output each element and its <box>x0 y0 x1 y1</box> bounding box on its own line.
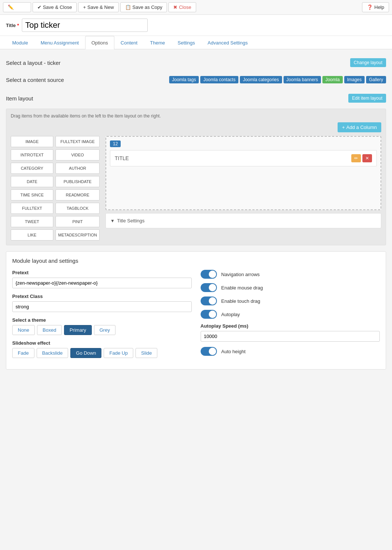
source-tag[interactable]: Gallery <box>366 76 386 83</box>
available-item[interactable]: PINIT <box>56 216 100 227</box>
touch-drag-row: Enable touch drag <box>201 296 380 305</box>
content-source-label: Select a content source <box>6 77 64 83</box>
tab-advanced-settings[interactable]: Advanced Settings <box>201 36 254 49</box>
save-copy-label: Save as Copy <box>133 4 163 10</box>
source-tag[interactable]: Joomla categories <box>240 76 282 83</box>
theme-btn-primary[interactable]: Primary <box>64 325 92 335</box>
layout-workspace: IMAGEFULLTEXT IMAGEINTROTEXTVIDEOCATEGOR… <box>11 136 381 241</box>
tab-module[interactable]: Module <box>6 36 34 49</box>
theme-btn-none[interactable]: None <box>12 325 35 335</box>
available-item[interactable]: CATEGORY <box>11 163 53 174</box>
main-content: Select a layout - ticker Change layout S… <box>0 49 392 381</box>
tabs: ModuleMenu AssignmentOptionsContentTheme… <box>0 36 392 49</box>
source-tag[interactable]: Images <box>344 76 365 83</box>
change-layout-button[interactable]: Change layout <box>350 58 386 67</box>
plus-column-icon: + <box>342 125 345 130</box>
save-close-label: Save & Close <box>43 4 72 10</box>
available-item[interactable]: IMAGE <box>11 136 53 147</box>
title-label: Title * <box>6 23 19 28</box>
available-item[interactable]: FULLTEXT IMAGE <box>56 136 100 147</box>
pretext-class-label: Pretext Class <box>12 294 192 299</box>
auto-height-toggle[interactable] <box>201 347 217 356</box>
chevron-down-icon: ▼ <box>110 218 115 223</box>
available-item[interactable]: METADESCRIPTION <box>56 229 100 241</box>
available-item[interactable]: TIME SINCE <box>11 189 53 201</box>
autoplay-speed-group: Autoplay Speed (ms) <box>201 323 380 342</box>
source-tag[interactable]: Joomla <box>322 76 343 83</box>
toolbar: ✏️ Save ✔ Save & Close + Save & New 📋 Sa… <box>0 0 392 15</box>
title-row: Title * <box>0 15 392 36</box>
add-column-row: + Add a Column <box>11 122 381 132</box>
available-item[interactable]: TWEET <box>11 216 53 227</box>
save-label: Save <box>15 4 26 10</box>
save-close-button[interactable]: ✔ Save & Close <box>33 2 77 12</box>
available-item[interactable]: LIKE <box>11 229 53 241</box>
edit-item-layout-button[interactable]: Edit item layout <box>348 94 386 103</box>
slide-btn-fade-up[interactable]: Fade Up <box>104 348 133 358</box>
tab-content[interactable]: Content <box>114 36 144 49</box>
available-item[interactable]: INTROTEXT <box>11 149 53 160</box>
title-edit-button[interactable]: ✏ <box>351 154 361 162</box>
autoplay-speed-input[interactable] <box>201 331 380 342</box>
available-item[interactable]: TAGBLOCK <box>56 203 100 214</box>
theme-group: Select a theme NoneBoxedPrimaryGrey <box>12 317 192 335</box>
nav-arrows-toggle[interactable] <box>201 270 217 279</box>
source-tag[interactable]: Joomla tags <box>169 76 199 83</box>
slideshow-label: Slideshow effect <box>12 340 192 346</box>
tab-menu-assignment[interactable]: Menu Assignment <box>34 36 85 49</box>
title-settings: ▼ Title Settings <box>105 213 381 228</box>
pretext-label: Pretext <box>12 270 192 275</box>
content-source: Select a content source Joomla tagsJooml… <box>6 73 386 86</box>
module-section-title: Module layout and settings <box>12 258 380 264</box>
title-input[interactable] <box>22 19 148 32</box>
slide-btn-backslide[interactable]: Backslide <box>37 348 68 358</box>
item-layout-header: Item layout Edit item layout <box>6 91 386 106</box>
close-button[interactable]: ✖ Close <box>168 2 196 12</box>
touch-drag-toggle[interactable] <box>201 296 217 305</box>
title-item: TITLE ✏ ✕ <box>110 150 377 166</box>
title-settings-header[interactable]: ▼ Title Settings <box>110 218 376 223</box>
column-badge: 12 <box>110 140 121 147</box>
tab-options[interactable]: Options <box>85 36 114 49</box>
source-tag[interactable]: Joomla banners <box>284 76 321 83</box>
available-item[interactable]: VIDEO <box>56 149 100 160</box>
layout-title: Select a layout - ticker <box>6 60 61 66</box>
available-item[interactable]: PUBLISHDATE <box>56 176 100 187</box>
available-item[interactable]: DATE <box>11 176 53 187</box>
settings-left: Pretext Pretext Class Select a theme Non… <box>12 270 192 363</box>
available-item[interactable]: READMORE <box>56 189 100 201</box>
tab-settings[interactable]: Settings <box>171 36 201 49</box>
help-label: Help <box>374 4 384 10</box>
pretext-input[interactable] <box>12 278 192 288</box>
nav-arrows-row: Navigation arrows <box>201 270 380 279</box>
available-item[interactable]: FULLTEXT <box>11 203 53 214</box>
save-new-button[interactable]: + Save & New <box>78 2 118 12</box>
pretext-class-input[interactable] <box>12 301 192 312</box>
available-item[interactable]: AUTHOR <box>56 163 100 174</box>
autoplay-toggle[interactable] <box>201 310 217 319</box>
mouse-drag-toggle[interactable] <box>201 283 217 292</box>
add-column-button[interactable]: + Add a Column <box>338 122 381 132</box>
autoplay-label: Autoplay <box>221 312 240 317</box>
source-tag[interactable]: Joomla contacts <box>200 76 238 83</box>
close-label: Close <box>179 4 191 10</box>
theme-btn-grey[interactable]: Grey <box>94 325 115 335</box>
pretext-class-group: Pretext Class <box>12 294 192 312</box>
help-button[interactable]: ❓ Help <box>362 2 389 12</box>
nav-arrows-label: Navigation arrows <box>221 272 260 277</box>
slide-btn-slide[interactable]: Slide <box>135 348 157 358</box>
title-item-actions: ✏ ✕ <box>351 154 372 162</box>
drop-zone[interactable]: 12 TITLE ✏ ✕ <box>105 136 381 210</box>
layout-header: Select a layout - ticker Change layout <box>6 55 386 70</box>
save-icon: ✏️ <box>8 4 14 10</box>
theme-btn-boxed[interactable]: Boxed <box>37 325 62 335</box>
drop-zone-wrapper: 12 TITLE ✏ ✕ ▼ Title Settings <box>105 136 381 241</box>
select-theme-label: Select a theme <box>12 317 192 323</box>
slide-btn-go-down[interactable]: Go Down <box>70 348 101 358</box>
copy-icon: 📋 <box>125 4 131 10</box>
save-button[interactable]: ✏️ Save <box>3 2 31 12</box>
slide-btn-fade[interactable]: Fade <box>12 348 34 358</box>
tab-theme[interactable]: Theme <box>144 36 171 49</box>
title-remove-button[interactable]: ✕ <box>362 154 372 162</box>
save-copy-button[interactable]: 📋 Save as Copy <box>120 2 167 12</box>
